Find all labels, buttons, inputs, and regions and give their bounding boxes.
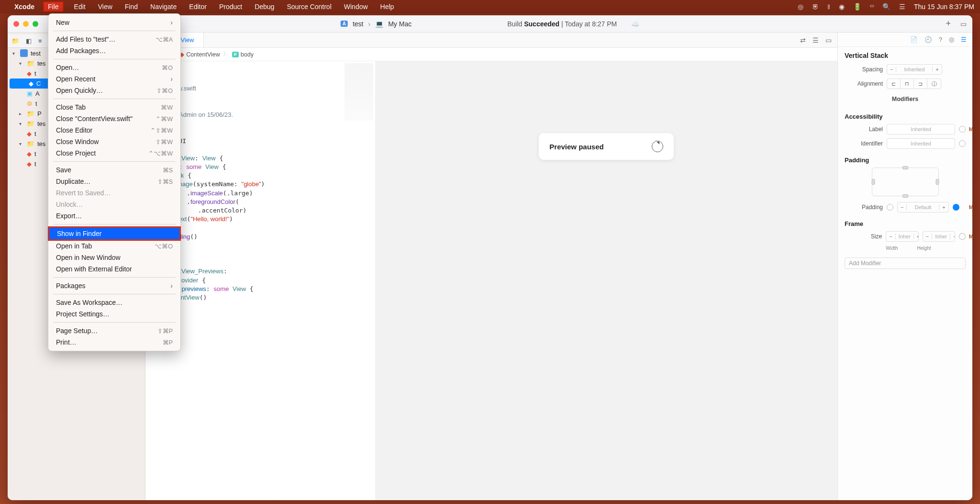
creative-cloud-icon[interactable]: ◎ [798,3,803,11]
menu-edit[interactable]: Edit [72,2,88,11]
menu-view[interactable]: View [96,2,114,11]
adjust-editor-icon[interactable]: ☰ [813,36,819,44]
minimap[interactable] [345,63,373,121]
acc-id-toggle[interactable] [959,140,966,147]
symbol-navigator-icon[interactable]: ≡ [38,37,42,45]
minimize-button[interactable] [23,21,29,27]
menu-product[interactable]: Product [217,2,244,11]
app-name[interactable]: Xcode [14,3,34,11]
shield-icon[interactable]: ⛨ [812,3,819,11]
menu-window[interactable]: Window [342,2,370,11]
scheme-name[interactable]: test [353,20,364,28]
macos-menubar: Xcode File Edit View Find Navigate Edito… [0,0,980,13]
help-inspector-icon[interactable]: ? [939,36,942,43]
menu-separator [53,294,176,294]
menu-item-duplicate[interactable]: Duplicate…⇧⌘S [48,176,180,187]
menu-item-show-in-finder[interactable]: Show in Finder [48,227,180,240]
menu-item-close-project[interactable]: Close Project⌃⌥⌘W [48,147,180,159]
menu-item-open-with-external-editor[interactable]: Open with External Editor [48,263,180,275]
wifi-icon[interactable]: ⌔ [870,3,874,11]
resume-preview-button[interactable] [652,141,663,152]
padding-active-indicator[interactable] [953,204,959,211]
maximize-button[interactable] [33,21,38,27]
shortcut: ⌃⇧⌘W [150,127,173,134]
menu-item-add-packages[interactable]: Add Packages… [48,45,180,56]
alignment-segmented[interactable]: ⊏⊓⊐ⓘ [887,78,941,89]
padding-label: Padding [845,204,883,211]
menu-item-save[interactable]: Save⌘S [48,164,180,176]
clock[interactable]: Thu 15 Jun 8:37 PM [914,3,974,11]
project-navigator-icon[interactable]: 📁 [11,37,19,45]
jump-bar[interactable]: ▣ test 〉 ◆ ContentView 〉 P body [145,48,837,61]
menu-item-new[interactable]: New› [48,17,180,28]
menu-item-open-quickly[interactable]: Open Quickly…⇧⌘O [48,85,180,96]
identity-inspector-icon[interactable]: ◎ [949,36,954,43]
canvas-toggle-icon[interactable]: ▭ [825,36,832,44]
battery-icon[interactable]: 🔋 [853,3,861,11]
menu-find[interactable]: Find [123,2,140,11]
menu-help[interactable]: Help [379,2,396,11]
chevron-right-icon: › [170,19,173,26]
width-stepper[interactable]: −Inher+ [886,231,919,242]
spotlight-icon[interactable]: 🔍 [882,3,891,11]
menu-item-close-editor[interactable]: Close Editor⌃⇧⌘W [48,124,180,136]
menu-item-save-as-workspace[interactable]: Save As Workspace… [48,297,180,308]
menu-item-export[interactable]: Export… [48,210,180,222]
menu-debug[interactable]: Debug [253,2,276,11]
menu-file[interactable]: File [43,1,64,12]
traffic-lights [13,21,38,27]
menu-separator [53,99,176,99]
menu-navigate[interactable]: Navigate [148,2,178,11]
padding-edges-control[interactable] [872,168,939,196]
acc-label-input[interactable]: Inherited [887,124,955,134]
height-stepper[interactable]: −Inher+ [923,231,956,242]
add-tab-button[interactable]: + [946,19,951,29]
history-inspector-icon[interactable]: 🕘 [924,36,932,43]
destination[interactable]: My Mac [388,20,412,28]
acc-label-toggle[interactable] [959,126,966,133]
menu-item-open-recent[interactable]: Open Recent› [48,73,180,85]
menu-source-control[interactable]: Source Control [285,2,333,11]
spacing-stepper[interactable]: −Inherited+ [887,64,942,75]
menu-item-close-window[interactable]: Close Window⇧⌘W [48,136,180,147]
menu-item-revert-to-saved: Revert to Saved… [48,187,180,199]
menu-separator [53,161,176,162]
chevron-right-icon: › [170,282,173,290]
frame-header: Frame [838,214,972,229]
frame-toggle[interactable] [959,233,966,240]
acc-label-label: Label [845,126,883,133]
attributes-inspector-icon[interactable]: ☰ [961,36,967,43]
canvas-preview: Preview paused [375,61,837,500]
menu-item-open-in-new-window[interactable]: Open in New Window [48,252,180,263]
menu-item-page-setup[interactable]: Page Setup…⇧⌘P [48,325,180,336]
related-items-icon[interactable]: ⇄ [800,36,806,44]
menu-item-unlock: Unlock… [48,199,180,210]
control-center-icon[interactable]: ☰ [899,3,905,11]
source-control-navigator-icon[interactable]: ◧ [26,37,32,45]
menu-item-open[interactable]: Open…⌘O [48,62,180,73]
alignment-label: Alignment [845,80,883,87]
menu-item-print[interactable]: Print…⌘P [48,336,180,348]
menu-item-packages[interactable]: Packages› [48,280,180,291]
shortcut: ⌘O [162,64,173,71]
menu-separator [53,277,176,278]
menu-item-close-tab[interactable]: Close Tab⌘W [48,101,180,113]
padding-stepper[interactable]: −Default+ [897,202,949,213]
padding-check[interactable] [887,204,893,211]
file-inspector-icon[interactable]: 📄 [910,36,918,43]
library-button[interactable]: ▭ [960,20,967,28]
property-icon: P [232,52,239,57]
menu-item-add-files-to-test[interactable]: Add Files to "test"…⌥⌘A [48,34,180,45]
acc-id-input[interactable]: Inherited [887,138,955,149]
preview-message: Preview paused [549,143,603,151]
spacing-label: Spacing [845,66,883,73]
menu-item-close-contentview-swift[interactable]: Close "ContentView.swift"⌃⌘W [48,113,180,124]
user-icon[interactable]: ◉ [839,3,845,11]
menu-item-open-in-tab[interactable]: Open in Tab⌥⌘O [48,240,180,252]
add-modifier-input[interactable]: Add Modifier [845,258,966,269]
menu-item-project-settings[interactable]: Project Settings… [48,308,180,320]
scheme-icon: A [341,21,348,27]
close-button[interactable] [13,21,19,27]
bars-icon[interactable]: ⦀ [827,3,830,11]
menu-editor[interactable]: Editor [187,2,209,11]
